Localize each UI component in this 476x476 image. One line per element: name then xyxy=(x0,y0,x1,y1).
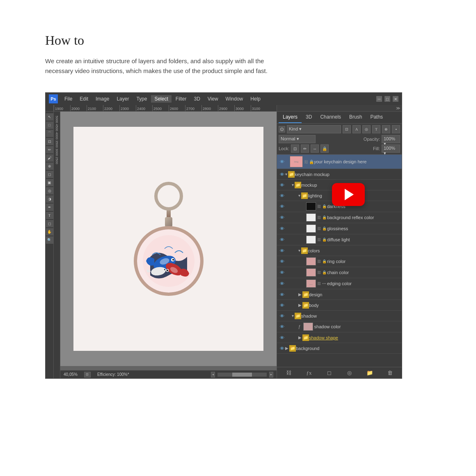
menu-image[interactable]: Image xyxy=(92,95,112,103)
lock-position[interactable]: ↔ xyxy=(311,144,319,153)
layer-item[interactable]: 👁 … ⛓ ••• edging color xyxy=(277,278,402,289)
tool-shape[interactable]: ◻ xyxy=(46,220,53,227)
filter-icon-6[interactable]: ▪ xyxy=(392,125,400,133)
menu-3d[interactable]: 3D xyxy=(190,95,203,103)
layer-item[interactable]: 👁 ▶ 📁 body xyxy=(277,300,402,311)
layer-visibility-toggle[interactable]: 👁 xyxy=(279,182,285,188)
layer-visibility-toggle[interactable]: 👁 xyxy=(279,313,285,319)
collapse-arrow[interactable]: ▶ xyxy=(285,346,288,350)
maximize-button[interactable]: □ xyxy=(384,96,390,102)
layer-visibility-toggle[interactable]: 👁 xyxy=(279,269,285,276)
layer-item[interactable]: 👁 ▾ 📁 colors xyxy=(277,245,402,256)
filter-kind-select[interactable]: Kind ▾ xyxy=(287,125,341,133)
layer-visibility-toggle[interactable]: 👁 xyxy=(279,203,285,210)
layer-visibility-toggle[interactable]: 👁 xyxy=(279,225,285,232)
lock-transparent[interactable]: ⊡ xyxy=(291,144,299,153)
filter-icon-4[interactable]: T xyxy=(372,125,380,133)
tool-eyedropper[interactable]: ✏ xyxy=(46,146,53,153)
fx-button[interactable]: ƒx xyxy=(305,369,313,377)
layer-item[interactable]: 👁 img ⛓ 🔒 your keychain design here xyxy=(277,155,402,169)
menu-file[interactable]: File xyxy=(61,95,76,103)
tab-layers[interactable]: Layers xyxy=(279,112,302,123)
tool-select[interactable]: □ xyxy=(46,121,53,129)
scroll-left[interactable]: ◂ xyxy=(211,372,215,378)
link-layers-button[interactable]: ⛓ xyxy=(285,369,293,377)
layer-visibility-toggle[interactable]: 👁 xyxy=(279,345,285,352)
canvas-icon[interactable]: ⊡ xyxy=(84,372,91,378)
layer-item[interactable]: 👁 ƒ shadow color xyxy=(277,321,402,332)
layer-item[interactable]: 👁 ▶ 📁 background xyxy=(277,343,402,354)
tab-paths[interactable]: Paths xyxy=(366,112,387,123)
filter-icon-1[interactable]: ⊡ xyxy=(343,125,351,133)
tool-zoom[interactable]: 🔍 xyxy=(46,236,53,244)
tab-channels[interactable]: Channels xyxy=(316,112,345,123)
layer-visibility-toggle[interactable]: 👁 xyxy=(279,192,285,199)
menu-select[interactable]: Select xyxy=(151,95,171,103)
scroll-right[interactable]: ▸ xyxy=(269,372,273,378)
layer-visibility-toggle[interactable]: 👁 xyxy=(279,291,285,298)
layer-visibility-toggle[interactable]: 👁 xyxy=(279,280,285,287)
menu-view[interactable]: View xyxy=(204,95,222,103)
layer-item[interactable]: 👁 ⛓ 🔒 diffuse light xyxy=(277,234,402,245)
menu-filter[interactable]: Filter xyxy=(172,95,190,103)
collapse-arrow[interactable]: ▾ xyxy=(285,172,287,176)
tool-crop[interactable]: ⊡ xyxy=(46,138,53,145)
layer-item[interactable]: 👁 ⛓ 🔒 glossiness xyxy=(277,223,402,234)
layer-visibility-toggle[interactable]: 👁 xyxy=(279,323,285,330)
minimize-button[interactable]: ─ xyxy=(376,96,382,102)
horizontal-scrollbar[interactable] xyxy=(217,373,267,377)
menu-window[interactable]: Window xyxy=(222,95,247,103)
tool-move[interactable]: ↖ xyxy=(46,113,53,121)
menu-help[interactable]: Help xyxy=(247,95,264,103)
layer-item[interactable]: 👁 ⛓ 🔒 ring color xyxy=(277,256,402,267)
tool-clone[interactable]: ⊕ xyxy=(46,162,53,170)
new-folder-button[interactable]: 📁 xyxy=(366,369,374,377)
tool-lasso[interactable]: ⌒ xyxy=(46,130,53,137)
layer-visibility-toggle[interactable]: 👁 xyxy=(279,171,285,178)
collapse-arrow[interactable]: ▶ xyxy=(298,303,302,307)
tool-gradient[interactable]: ▣ xyxy=(46,179,53,186)
layer-item[interactable]: 👁 ▾ 📁 shadow xyxy=(277,311,402,321)
layer-item[interactable]: 👁 ⛓ 🔒 chain color xyxy=(277,267,402,278)
collapse-arrow[interactable]: ▶ xyxy=(298,292,302,297)
filter-toggle[interactable]: ⊙ xyxy=(279,126,285,133)
filter-icon-3[interactable]: ◎ xyxy=(362,125,371,133)
layer-visibility-toggle[interactable]: 👁 xyxy=(279,236,285,243)
layer-item[interactable]: 👁 ▾ 📁 keychain mockup xyxy=(277,169,402,180)
layer-visibility-toggle[interactable]: 👁 xyxy=(279,258,285,265)
filter-icon-2[interactable]: A xyxy=(352,125,361,133)
close-button[interactable]: ✕ xyxy=(393,96,398,102)
tool-eraser[interactable]: ◻ xyxy=(46,171,53,178)
tool-text[interactable]: T xyxy=(46,212,53,219)
layer-visibility-toggle[interactable]: 👁 xyxy=(279,158,285,165)
opacity-value[interactable]: 100% ▾ xyxy=(382,135,400,143)
collapse-arrow[interactable]: ▾ xyxy=(298,248,300,253)
tool-hand[interactable]: ✋ xyxy=(46,228,53,236)
collapse-arrow[interactable]: ▶ xyxy=(298,335,302,340)
adjustment-button[interactable]: ◎ xyxy=(346,369,354,377)
filter-icon-5[interactable]: ⊕ xyxy=(382,125,390,133)
panels-collapse-icon[interactable]: ≫ xyxy=(396,106,400,110)
menu-edit[interactable]: Edit xyxy=(76,95,92,103)
layer-visibility-toggle[interactable]: 👁 xyxy=(279,247,285,254)
menu-type[interactable]: Type xyxy=(133,95,150,103)
tab-3d[interactable]: 3D xyxy=(302,112,316,123)
tab-brush[interactable]: Brush xyxy=(345,112,366,123)
collapse-arrow[interactable]: ▾ xyxy=(292,314,294,318)
add-mask-button[interactable]: ◻ xyxy=(325,369,333,377)
layer-visibility-toggle[interactable]: 👁 xyxy=(279,302,285,309)
youtube-play-button[interactable] xyxy=(332,183,365,206)
fill-value[interactable]: 100% ▾ xyxy=(382,144,400,153)
layer-item[interactable]: 👁 ▶ 📁 design xyxy=(277,289,402,300)
delete-layer-button[interactable]: 🗑 xyxy=(386,369,394,377)
menu-layer[interactable]: Layer xyxy=(113,95,132,103)
lock-all[interactable]: 🔒 xyxy=(320,144,329,153)
blend-mode-select[interactable]: Normal ▾ xyxy=(279,135,316,143)
layer-visibility-toggle[interactable]: 👁 xyxy=(279,214,285,221)
tool-blur[interactable]: ◎ xyxy=(46,187,53,195)
collapse-arrow[interactable]: ▾ xyxy=(292,183,294,187)
tool-pen[interactable]: ✒ xyxy=(46,204,53,211)
lock-image[interactable]: ✏ xyxy=(301,144,309,153)
layer-visibility-toggle[interactable]: 👁 xyxy=(279,334,285,341)
layer-item[interactable]: 👁 ⛓ 🔒 background reflex color xyxy=(277,212,402,223)
